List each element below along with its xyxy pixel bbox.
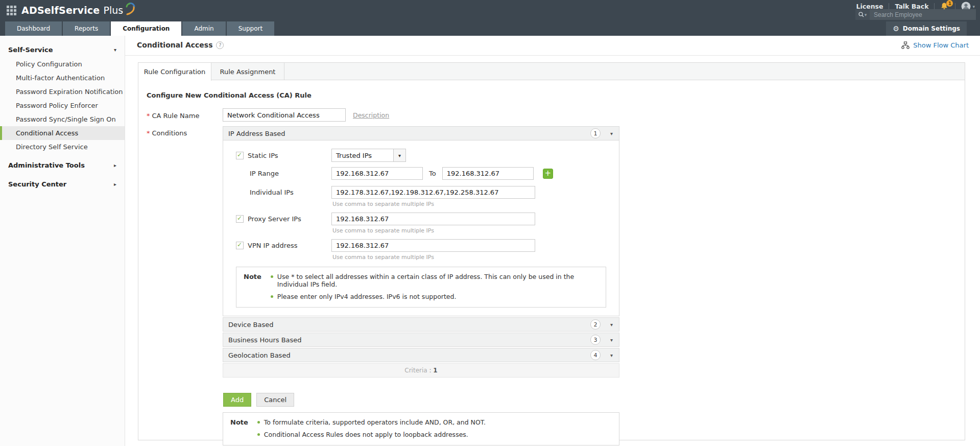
employee-search — [855, 9, 976, 20]
section-number-badge: 4 — [590, 350, 601, 360]
note-item: To formulate criteria, supported operato… — [256, 418, 486, 426]
individual-ips-input[interactable] — [331, 186, 535, 199]
static-ips-label: Static IPs — [248, 152, 331, 159]
nav-tab-reports[interactable]: Reports — [63, 21, 110, 36]
section-geolocation-based-header[interactable]: Geolocation Based 4 — [223, 348, 619, 362]
ip-section-note: Note Use * to select all addresses withi… — [236, 267, 606, 308]
criteria-value: 1 — [433, 367, 437, 374]
cancel-button[interactable]: Cancel — [256, 393, 294, 407]
section-ip-address-based-header[interactable]: IP Address Based 1 — [223, 126, 619, 140]
add-button[interactable]: Add — [223, 393, 251, 407]
vpn-ip-address-hint: Use comma to separate multiple IPs — [332, 254, 619, 261]
section-number-badge: 2 — [590, 319, 601, 330]
primary-nav-bar: Dashboard Reports Configuration Admin Su… — [0, 21, 980, 36]
static-ips-selected-value: Trusted IPs — [332, 152, 393, 159]
search-input[interactable] — [870, 9, 976, 20]
section-business-hours-based-header[interactable]: Business Hours Based 3 — [223, 333, 619, 347]
page-title: Conditional Access — [137, 41, 224, 49]
search-options-chevron-icon — [865, 12, 867, 17]
show-flow-chart-link[interactable]: Show Flow Chart — [901, 41, 969, 49]
vpn-ip-address-checkbox[interactable] — [236, 242, 244, 249]
note-item: Conditional Access Rules does not apply … — [256, 431, 486, 438]
vpn-ip-address-input[interactable] — [331, 239, 535, 252]
ip-range-to-input[interactable] — [442, 167, 534, 180]
to-label: To — [429, 170, 436, 177]
chevron-down-icon[interactable] — [610, 131, 613, 136]
nav-tab-support[interactable]: Support — [227, 21, 274, 36]
individual-ips-row: Individual IPs — [250, 186, 619, 199]
criteria-label: Criteria — [404, 367, 427, 374]
note-items: To formulate criteria, supported operato… — [256, 418, 486, 438]
proxy-server-ips-label: Proxy Server IPs — [248, 215, 331, 223]
sidebar-section-self-service[interactable]: Self-Service — [0, 42, 125, 57]
chevron-down-icon[interactable] — [610, 322, 613, 327]
app-grid-icon[interactable] — [7, 6, 17, 16]
individual-ips-label: Individual IPs — [250, 189, 331, 196]
sidebar-section-label: Security Center — [8, 180, 66, 188]
rule-configuration-form: Configure New Conditional Access (CA) Ru… — [138, 80, 965, 440]
product-name-bold: ADSelfService — [21, 5, 100, 16]
add-ip-range-button[interactable] — [543, 169, 553, 179]
product-logo: ADSelfService Plus — [21, 4, 136, 16]
section-device-based-header[interactable]: Device Based 2 — [223, 317, 619, 332]
proxy-server-ips-input[interactable] — [331, 213, 535, 225]
sidebar-section-administrative-tools[interactable]: Administrative Tools — [0, 157, 125, 173]
proxy-server-ips-checkbox[interactable] — [236, 215, 244, 223]
sidebar-section-label: Self-Service — [8, 46, 53, 54]
main-content: Conditional Access Show Flow Chart Rule … — [125, 36, 980, 446]
section-title: Business Hours Based — [223, 336, 302, 344]
required-marker: * — [147, 112, 150, 120]
description-link[interactable]: Description — [353, 111, 389, 119]
nav-tab-dashboard[interactable]: Dashboard — [5, 21, 62, 36]
ip-range-label: IP Range — [250, 170, 331, 177]
show-flow-chart-label: Show Flow Chart — [913, 41, 969, 49]
sidebar-item-password-expiration-notification[interactable]: Password Expiration Notification — [0, 85, 125, 99]
section-number-badge: 1 — [590, 128, 601, 138]
chevron-down-icon — [393, 149, 405, 161]
form-heading: Configure New Conditional Access (CA) Ru… — [147, 91, 312, 99]
note-items: Use * to select all addresses within a c… — [270, 273, 599, 300]
ca-rule-name-label: *CA Rule Name — [147, 112, 199, 120]
page-title-text: Conditional Access — [137, 41, 212, 49]
page-title-row: Conditional Access Show Flow Chart — [125, 36, 980, 56]
static-ips-checkbox[interactable] — [236, 152, 244, 159]
ip-range-from-input[interactable] — [331, 167, 423, 180]
help-icon[interactable] — [216, 41, 224, 49]
sidebar-item-policy-configuration[interactable]: Policy Configuration — [0, 57, 125, 71]
chevron-down-icon — [114, 47, 116, 53]
sidebar-item-password-sync-single-sign-on[interactable]: Password Sync/Single Sign On — [0, 112, 125, 126]
logo-swirl-icon — [125, 2, 136, 16]
sidebar-item-conditional-access[interactable]: Conditional Access — [0, 126, 125, 140]
search-icon[interactable] — [855, 9, 870, 20]
note-title: Note — [244, 273, 261, 300]
domain-settings-button[interactable]: Domain Settings — [886, 21, 967, 36]
gear-icon — [893, 25, 899, 33]
tab-rule-configuration[interactable]: Rule Configuration — [138, 63, 211, 81]
primary-nav-tabs: Dashboard Reports Configuration Admin Su… — [5, 21, 274, 36]
static-ips-row: Static IPs Trusted IPs — [236, 149, 619, 162]
proxy-server-ips-hint: Use comma to separate multiple IPs — [332, 227, 619, 234]
product-name-light: Plus — [103, 5, 123, 16]
nav-tab-configuration[interactable]: Configuration — [111, 21, 181, 36]
vpn-ip-address-row: VPN IP address — [236, 239, 619, 252]
note-item: Use * to select all addresses within a c… — [270, 273, 599, 288]
flow-chart-icon — [901, 41, 910, 49]
sidebar-section-security-center[interactable]: Security Center — [0, 176, 125, 192]
ca-rule-name-input[interactable] — [223, 108, 346, 122]
vpn-ip-address-label: VPN IP address — [248, 242, 331, 249]
domain-settings-label: Domain Settings — [903, 25, 960, 32]
spacer — [0, 154, 125, 157]
chevron-right-icon — [114, 181, 116, 187]
tab-rule-assignment[interactable]: Rule Assignment — [211, 63, 284, 80]
section-title: IP Address Based — [223, 130, 285, 137]
rule-panel: Rule Configuration Rule Assignment Confi… — [138, 62, 965, 440]
adselfservice-plus-app: ADSelfService Plus License Talk Back 1 — [0, 0, 980, 446]
static-ips-select[interactable]: Trusted IPs — [331, 149, 406, 162]
chevron-down-icon[interactable] — [610, 353, 613, 358]
sidebar-item-multi-factor-authentication[interactable]: Multi-factor Authentication — [0, 71, 125, 85]
criteria-bar: Criteria 1 — [223, 363, 619, 378]
sidebar-item-directory-self-service[interactable]: Directory Self Service — [0, 140, 125, 154]
sidebar-item-password-policy-enforcer[interactable]: Password Policy Enforcer — [0, 99, 125, 112]
chevron-down-icon[interactable] — [610, 337, 613, 343]
nav-tab-admin[interactable]: Admin — [182, 21, 225, 36]
